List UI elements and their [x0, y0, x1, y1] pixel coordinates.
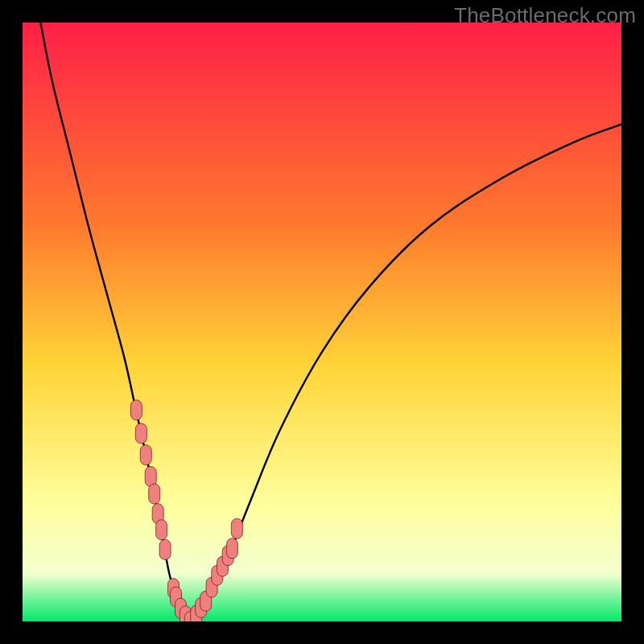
data-marker	[156, 520, 167, 540]
chart-svg	[23, 23, 621, 621]
watermark-text: TheBottleneck.com	[454, 3, 636, 28]
data-marker	[159, 539, 171, 559]
curve-right-branch	[190, 124, 621, 621]
chart-frame: TheBottleneck.com	[0, 0, 644, 644]
data-marker	[149, 484, 160, 504]
curve-left-branch	[40, 23, 190, 621]
data-marker	[135, 423, 147, 444]
data-marker	[130, 400, 142, 420]
data-marker	[231, 518, 242, 539]
data-marker	[226, 539, 237, 559]
plot-area	[23, 23, 621, 621]
marker-layer	[130, 400, 242, 621]
data-marker	[140, 445, 151, 465]
